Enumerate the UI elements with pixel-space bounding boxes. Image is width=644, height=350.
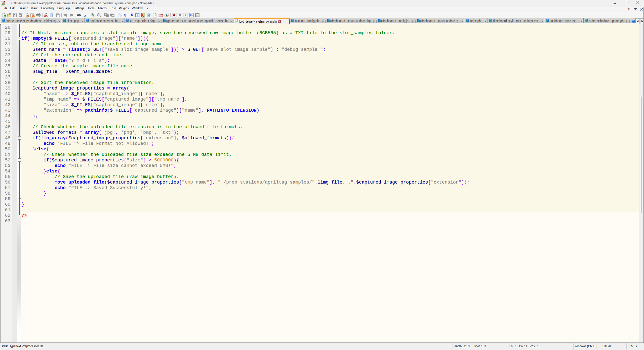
svg-text:b: b: [83, 13, 84, 16]
svg-text:a: a: [85, 15, 86, 17]
svg-text:¶: ¶: [124, 13, 126, 18]
